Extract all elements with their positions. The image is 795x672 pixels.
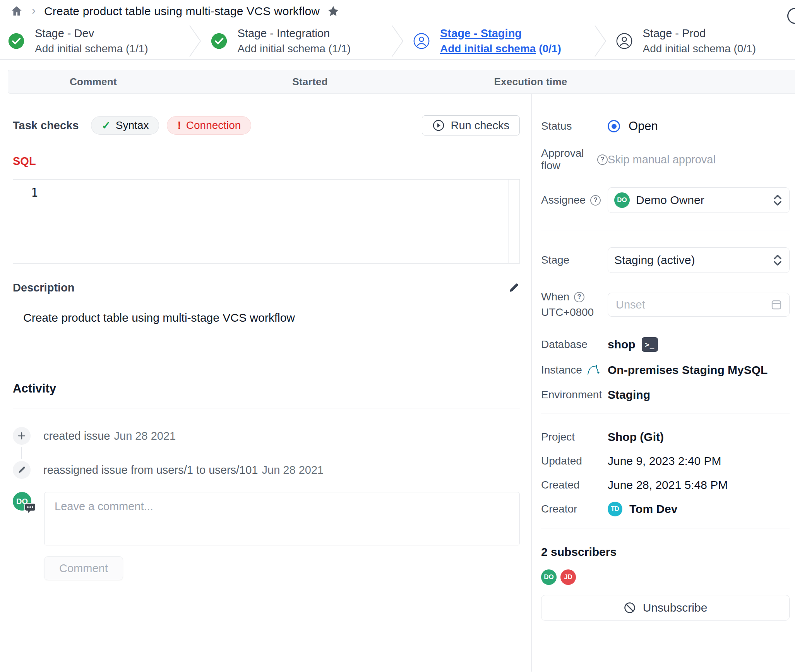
approval-flow-value: Skip manual approval (608, 153, 790, 166)
activity-event: created issueJun 28 2021 (13, 427, 520, 445)
stage-task: Add initial schema (0/1) (440, 43, 561, 55)
stage-separator-icon (390, 25, 405, 57)
pencil-icon (13, 461, 31, 479)
edit-pencil-icon[interactable] (507, 282, 520, 294)
creator-avatar: TD (608, 502, 622, 516)
star-icon[interactable] (327, 5, 340, 18)
breadcrumb: › Create product table using multi-stage… (0, 0, 795, 22)
activity-event: reassigned issue from users/1 to users/1… (13, 461, 520, 479)
when-datepicker[interactable] (608, 293, 790, 317)
stage-task: Add initial schema (0/1) (643, 43, 756, 55)
creator-value: Tom Dev (629, 502, 677, 516)
event-date: Jun 28 2021 (262, 464, 324, 476)
task-table-header: Comment Started Execution time (8, 70, 795, 94)
updated-label: Updated (541, 455, 608, 467)
database-label: Database (541, 338, 608, 351)
assignee-row: Assignee ? DO Demo Owner (541, 187, 790, 213)
column-comment: Comment (8, 76, 178, 88)
help-icon[interactable]: ? (574, 292, 584, 302)
stage-integration[interactable]: Stage - Integration Add initial schema (… (203, 27, 390, 55)
created-label: Created (541, 479, 608, 491)
stage-task: Add initial schema (1/1) (238, 43, 351, 55)
stage-name: Stage - Integration (238, 27, 351, 40)
issue-sidebar: Status Open Approval flow ? Skip manual … (531, 94, 795, 672)
chevron-updown-icon (773, 254, 782, 267)
stage-separator-icon (593, 25, 608, 57)
plus-icon (13, 427, 31, 445)
sidebar-divider (541, 413, 790, 413)
database-row: Database shop >_ (541, 337, 790, 352)
created-value: June 28, 2021 5:48 PM (608, 478, 790, 492)
check-circle-icon (8, 33, 25, 50)
created-row: Created June 28, 2021 5:48 PM (541, 478, 790, 492)
help-icon[interactable]: ? (597, 154, 608, 165)
subscribers-avatars: DO JD (541, 569, 790, 585)
when-label: When ? UTC+0800 (541, 289, 608, 320)
subscriber-avatar: DO (541, 569, 557, 585)
stage-dev[interactable]: Stage - Dev Add initial schema (1/1) (0, 27, 187, 55)
creator-row: Creator TD Tom Dev (541, 502, 790, 516)
stage-select[interactable]: Staging (active) (608, 247, 790, 273)
database-value[interactable]: shop (608, 338, 636, 351)
syntax-check-badge[interactable]: ✓ Syntax (91, 116, 159, 135)
when-timezone: UTC+0800 (541, 306, 594, 318)
stage-name: Stage - Dev (35, 27, 148, 40)
approval-flow-row: Approval flow ? Skip manual approval (541, 147, 790, 172)
instance-label: Instance (541, 364, 608, 376)
comment-button[interactable]: Comment (44, 556, 123, 580)
chevron-updown-icon (773, 194, 782, 207)
task-checks-label: Task checks (13, 119, 79, 132)
status-open-radio[interactable] (608, 120, 620, 132)
project-label: Project (541, 431, 608, 443)
breadcrumb-separator-icon: › (32, 4, 36, 19)
sql-label: SQL (13, 155, 520, 168)
circle-slash-icon (624, 602, 636, 614)
updated-value: June 9, 2023 2:40 PM (608, 454, 790, 468)
status-row: Status Open (541, 119, 790, 133)
approval-flow-label: Approval flow ? (541, 147, 608, 172)
run-checks-button[interactable]: Run checks (422, 115, 520, 135)
connection-check-badge[interactable]: ! Connection (167, 116, 251, 135)
project-row: Project Shop (Git) (541, 430, 790, 444)
subscriber-avatar: JD (560, 569, 576, 585)
updated-row: Updated June 9, 2023 2:40 PM (541, 454, 790, 468)
stage-name: Stage - Prod (643, 27, 756, 40)
sql-editor[interactable]: 1 (13, 179, 520, 264)
stage-staging[interactable]: Stage - Staging Add initial schema (0/1) (405, 27, 593, 55)
unsubscribe-button[interactable]: Unsubscribe (541, 595, 790, 621)
subscribers-heading: 2 subscribers (541, 545, 790, 559)
stage-task: Add initial schema (1/1) (35, 43, 148, 55)
instance-row: Instance On-premises Staging MySQL (541, 363, 790, 377)
when-input[interactable] (616, 298, 771, 311)
comment-composer: DO (13, 492, 520, 545)
environment-label: Environment (541, 389, 608, 401)
stage-label: Stage (541, 254, 608, 266)
assignee-avatar: DO (614, 192, 630, 208)
environment-row: Environment Staging (541, 388, 790, 401)
stage-separator-icon (187, 25, 203, 57)
instance-value: On-premises Staging MySQL (608, 363, 790, 377)
timeline-connector (21, 447, 22, 459)
event-text: created issueJun 28 2021 (43, 430, 176, 442)
stage-name: Stage - Staging (440, 27, 561, 40)
column-execution-time: Execution time (442, 76, 620, 88)
calendar-icon (771, 299, 782, 310)
home-icon[interactable] (10, 5, 23, 18)
comment-input[interactable] (44, 492, 520, 545)
stage-prod[interactable]: Stage - Prod Add initial schema (0/1) (608, 27, 795, 55)
sql-console-icon[interactable]: >_ (642, 337, 658, 352)
top-header: › Create product table using multi-stage… (0, 0, 795, 60)
exclamation-icon: ! (177, 119, 181, 132)
assignee-label: Assignee ? (541, 194, 608, 206)
mysql-icon (587, 364, 600, 376)
event-date: Jun 28 2021 (114, 430, 176, 442)
activity-heading: Activity (13, 382, 520, 396)
sidebar-divider (541, 230, 790, 230)
assignee-select[interactable]: DO Demo Owner (608, 187, 790, 213)
description-label: Description (13, 281, 75, 294)
status-value: Open (629, 119, 658, 133)
status-label: Status (541, 120, 608, 132)
page-title: Create product table using multi-stage V… (44, 5, 320, 18)
assignee-value: Demo Owner (636, 194, 767, 207)
help-icon[interactable]: ? (590, 195, 601, 206)
